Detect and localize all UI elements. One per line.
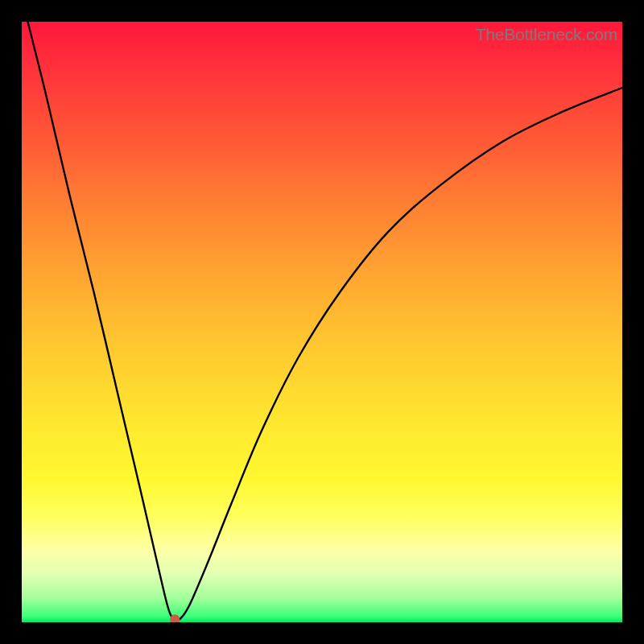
chart-frame: TheBottleneck.com <box>0 0 644 644</box>
watermark-text: TheBottleneck.com <box>476 25 617 44</box>
plot-area: TheBottleneck.com <box>22 22 622 622</box>
bottleneck-curve <box>22 22 622 622</box>
